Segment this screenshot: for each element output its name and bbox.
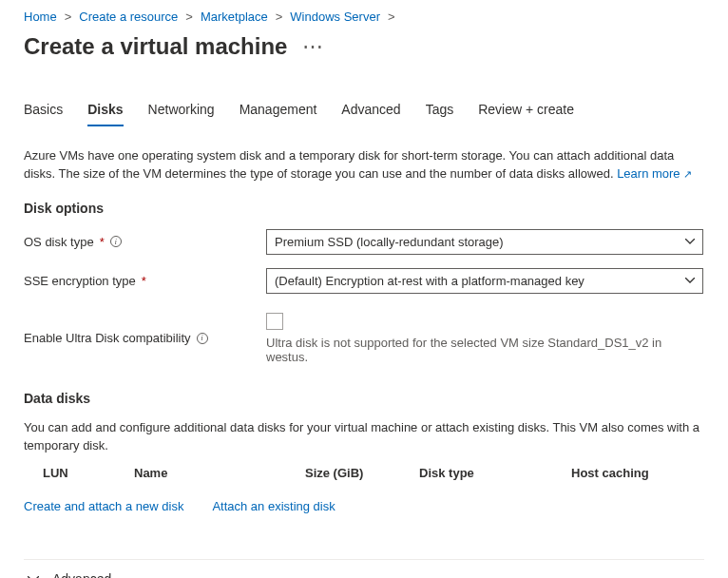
tab-basics[interactable]: Basics [24,102,63,126]
data-disks-actions: Create and attach a new disk Attach an e… [24,499,704,513]
tabs: Basics Disks Networking Management Advan… [24,102,704,126]
chevron-down-icon [685,239,695,244]
learn-more-link[interactable]: Learn more ↗ [617,166,692,181]
col-lun: LUN [43,466,134,480]
col-name: Name [134,466,305,480]
os-disk-type-field: OS disk type * i Premium SSD (locally-re… [24,229,704,255]
chevron-right-icon: > [276,10,283,24]
chevron-right-icon: > [185,10,193,24]
info-icon[interactable]: i [110,236,122,247]
breadcrumb-link[interactable]: Windows Server [290,10,380,24]
disk-options-heading: Disk options [24,201,704,216]
required-asterisk: * [100,235,105,249]
chevron-right-icon: > [65,10,72,24]
tab-management[interactable]: Management [239,102,317,126]
tab-networking[interactable]: Networking [148,102,215,126]
data-disks-heading: Data disks [24,391,704,406]
breadcrumb-link[interactable]: Create a resource [79,10,178,24]
advanced-label: Advanced [52,571,111,578]
data-disks-table-header: LUN Name Size (GiB) Disk type Host cachi… [24,458,704,488]
chevron-right-icon: > [388,10,395,24]
ultra-disk-label: Enable Ultra Disk compatibility [24,331,191,345]
tab-disks[interactable]: Disks [87,102,123,126]
sse-encryption-select[interactable]: (Default) Encryption at-rest with a plat… [266,268,703,294]
col-size: Size (GiB) [305,466,419,480]
intro-text: Azure VMs have one operating system disk… [24,147,704,183]
tab-advanced[interactable]: Advanced [341,102,400,126]
required-asterisk: * [142,274,146,288]
page-title: Create a virtual machine ⋯ [24,33,324,60]
col-disk-type: Disk type [419,466,571,480]
chevron-down-icon [685,278,695,283]
sse-encryption-label: SSE encryption type [24,274,136,288]
breadcrumb: Home > Create a resource > Marketplace >… [24,10,704,24]
data-disks-desc: You can add and configure additional dat… [24,419,704,455]
ultra-disk-checkbox[interactable] [266,313,283,330]
sse-encryption-field: SSE encryption type * (Default) Encrypti… [24,268,704,294]
tab-tags[interactable]: Tags [426,102,454,126]
breadcrumb-link[interactable]: Home [24,10,57,24]
tab-review-create[interactable]: Review + create [478,102,574,126]
ultra-disk-hint: Ultra disk is not supported for the sele… [266,336,703,364]
os-disk-type-label: OS disk type [24,235,94,249]
ultra-disk-field: Enable Ultra Disk compatibility i Ultra … [24,313,704,364]
os-disk-type-select[interactable]: Premium SSD (locally-redundant storage) [266,229,703,255]
more-icon[interactable]: ⋯ [302,36,324,57]
advanced-toggle[interactable]: Advanced [24,559,704,578]
create-attach-disk-link[interactable]: Create and attach a new disk [24,499,183,513]
col-host-caching: Host caching [571,466,704,480]
breadcrumb-link[interactable]: Marketplace [201,10,268,24]
attach-existing-disk-link[interactable]: Attach an existing disk [212,499,335,513]
info-icon[interactable]: i [197,333,208,344]
external-link-icon: ↗ [683,168,692,180]
